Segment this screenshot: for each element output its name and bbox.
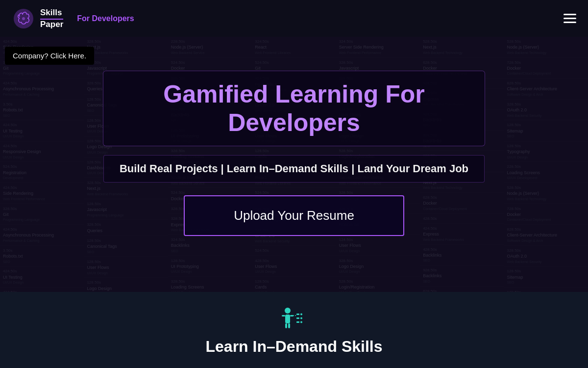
hero-title: Gamified Learning For Developers	[103, 71, 485, 146]
hamburger-menu[interactable]	[564, 14, 576, 23]
svg-point-9	[300, 313, 302, 315]
navbar: Skills Paper For Developers	[0, 0, 588, 37]
hamburger-line-2	[564, 18, 576, 19]
hero-content: Gamified Learning For Developers Build R…	[0, 0, 588, 292]
svg-rect-10	[296, 317, 299, 319]
logo-paper: Paper	[40, 20, 63, 29]
company-button[interactable]: Company? Click Here.	[5, 47, 94, 65]
svg-point-1	[22, 17, 25, 20]
hamburger-line-1	[564, 14, 576, 15]
svg-rect-3	[285, 315, 290, 323]
learn-skills-icon	[277, 305, 311, 332]
svg-point-11	[300, 317, 302, 319]
logo-skills: Skills	[40, 8, 63, 20]
logo-text: Skills Paper	[40, 8, 63, 29]
upload-resume-button[interactable]: Upload Your Resume	[184, 195, 404, 236]
learn-skills-heading: Learn In–Demand Skills	[205, 338, 382, 356]
svg-rect-5	[288, 323, 290, 328]
hero-subtitle: Build Real Projects | Learn In–Demand Sk…	[103, 155, 485, 183]
nav-for-developers[interactable]: For Developers	[77, 14, 134, 23]
svg-rect-6	[282, 315, 285, 316]
svg-rect-4	[285, 323, 287, 328]
hero-section: 424.50sSide RenderingWeb Frontend Perfor…	[0, 0, 588, 292]
bottom-section: Learn In–Demand Skills	[0, 292, 588, 368]
svg-rect-7	[290, 315, 294, 316]
svg-point-2	[285, 308, 291, 314]
hamburger-line-3	[564, 22, 576, 23]
logo-area: Skills Paper	[12, 7, 63, 30]
svg-rect-8	[296, 314, 299, 315]
svg-rect-12	[296, 321, 299, 323]
svg-point-13	[300, 321, 302, 323]
brain-icon	[12, 7, 35, 30]
